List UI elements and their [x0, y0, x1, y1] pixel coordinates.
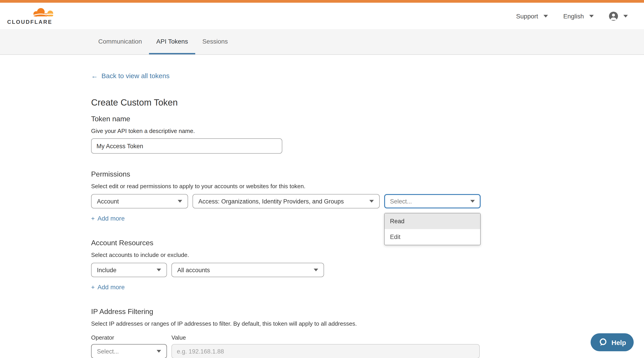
- permission-level-wrap: Select... Read Edit: [384, 194, 481, 208]
- ip-filtering-labels: Operator Value: [91, 334, 644, 341]
- permissions-add-more-link[interactable]: + Add more: [91, 215, 125, 222]
- chevron-down-icon: [178, 200, 182, 203]
- menu-option-label: Read: [390, 218, 404, 225]
- permission-level-menu: Read Edit: [384, 213, 481, 245]
- permission-scope-value: Account: [97, 198, 119, 205]
- add-more-label: Add more: [98, 215, 124, 222]
- token-name-section: Token name Give your API token a descrip…: [91, 115, 644, 154]
- permissions-section: Permissions Select edit or read permissi…: [91, 170, 644, 222]
- chevron-down-icon: [623, 15, 628, 17]
- operator-label: Operator: [91, 334, 172, 341]
- permission-group-value: Access: Organizations, Identity Provider…: [198, 198, 344, 205]
- language-menu-label: English: [563, 12, 584, 20]
- value-label: Value: [172, 334, 186, 341]
- token-name-input[interactable]: [91, 138, 282, 154]
- help-button[interactable]: Help: [591, 333, 634, 351]
- account-resources-heading: Account Resources: [91, 239, 644, 247]
- chevron-down-icon: [589, 15, 594, 17]
- menu-option-label: Edit: [390, 234, 400, 240]
- menu-option-read[interactable]: Read: [384, 213, 480, 229]
- ip-value-input[interactable]: [172, 344, 480, 358]
- permissions-description: Select edit or read permissions to apply…: [91, 183, 644, 190]
- chat-bubble-icon: [598, 338, 608, 347]
- account-resources-section: Account Resources Select accounts to inc…: [91, 239, 644, 291]
- resource-include-value: Include: [97, 267, 116, 273]
- account-menu[interactable]: [609, 12, 628, 21]
- cloudflare-logo[interactable]: CLOUDFLARE: [7, 7, 54, 25]
- permission-level-placeholder: Select...: [390, 198, 412, 205]
- resource-accounts-select[interactable]: All accounts: [172, 263, 324, 277]
- cloudflare-profile-page: CLOUDFLARE Support English: [0, 0, 644, 358]
- header: CLOUDFLARE Support English: [0, 3, 644, 29]
- token-name-description: Give your API token a descriptive name.: [91, 128, 644, 134]
- tab-label: Communication: [98, 38, 142, 45]
- tab-sessions[interactable]: Sessions: [195, 29, 235, 54]
- cloudflare-wordmark: CLOUDFLARE: [7, 19, 54, 25]
- support-menu[interactable]: Support: [516, 12, 548, 20]
- chevron-down-icon: [544, 15, 548, 17]
- ip-filtering-heading: IP Address Filtering: [91, 308, 644, 316]
- permissions-row: Account Access: Organizations, Identity …: [91, 194, 644, 208]
- account-resources-row: Include All accounts: [91, 263, 644, 277]
- left-arrow-icon: ←: [91, 72, 98, 80]
- back-to-tokens-link[interactable]: ← Back to view all tokens: [91, 72, 170, 80]
- chevron-down-icon: [470, 200, 475, 203]
- permission-level-select[interactable]: Select...: [384, 194, 481, 208]
- profile-tabs: Communication API Tokens Sessions: [0, 29, 644, 55]
- menu-option-edit[interactable]: Edit: [384, 229, 480, 245]
- support-menu-label: Support: [516, 12, 538, 20]
- chevron-down-icon: [314, 269, 318, 271]
- token-name-heading: Token name: [91, 115, 644, 123]
- tab-label: Sessions: [202, 38, 228, 45]
- account-resources-add-more-link[interactable]: + Add more: [91, 283, 125, 291]
- ip-filtering-section: IP Address Filtering Select IP addresses…: [91, 308, 644, 358]
- cloudflare-cloud-icon: [32, 7, 54, 18]
- tab-api-tokens[interactable]: API Tokens: [149, 29, 195, 54]
- create-token-content: ← Back to view all tokens Create Custom …: [0, 55, 644, 358]
- user-avatar-icon: [609, 12, 618, 21]
- chevron-down-icon: [156, 269, 161, 271]
- plus-icon: +: [91, 215, 95, 222]
- resource-accounts-value: All accounts: [177, 267, 210, 273]
- header-menus: Support English: [516, 12, 628, 21]
- ip-filtering-row: Select...: [91, 344, 644, 358]
- permission-scope-select[interactable]: Account: [91, 194, 188, 208]
- add-more-label: Add more: [98, 283, 124, 291]
- tab-communication[interactable]: Communication: [91, 29, 149, 54]
- ip-filtering-description: Select IP addresses or ranges of IP addr…: [91, 320, 644, 327]
- language-menu[interactable]: English: [563, 12, 594, 20]
- page-title: Create Custom Token: [91, 98, 644, 108]
- account-resources-description: Select accounts to include or exclude.: [91, 251, 644, 258]
- back-link-label: Back to view all tokens: [102, 72, 170, 80]
- resource-include-select[interactable]: Include: [91, 263, 167, 277]
- chevron-down-icon: [156, 350, 161, 352]
- plus-icon: +: [91, 283, 95, 291]
- permissions-heading: Permissions: [91, 170, 644, 178]
- top-accent-bar: [0, 0, 644, 3]
- ip-operator-placeholder: Select...: [97, 348, 119, 355]
- ip-operator-select[interactable]: Select...: [91, 344, 167, 358]
- tab-label: API Tokens: [156, 38, 188, 45]
- chevron-down-icon: [369, 200, 374, 203]
- help-button-label: Help: [612, 338, 626, 346]
- permission-group-select[interactable]: Access: Organizations, Identity Provider…: [192, 194, 380, 208]
